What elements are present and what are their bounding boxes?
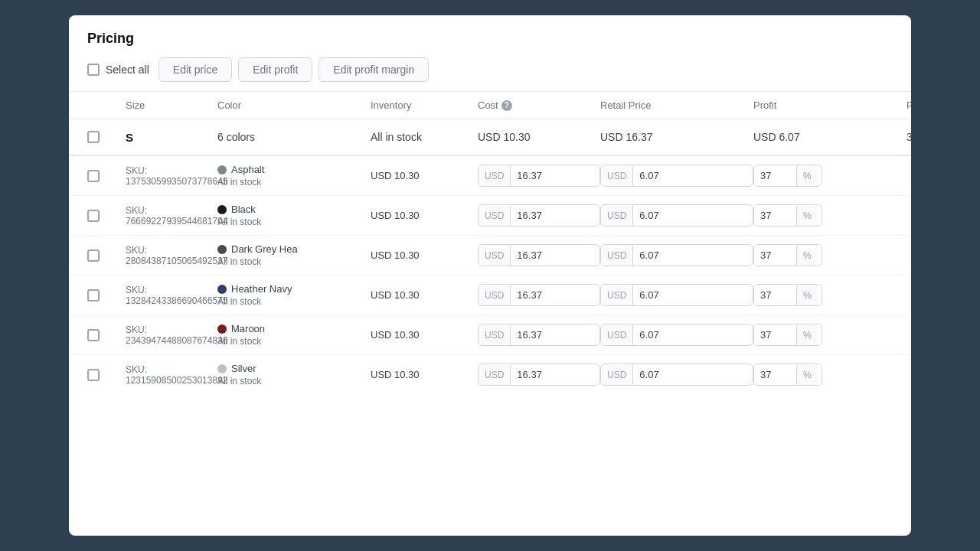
color-dot-icon (217, 324, 227, 334)
select-all-label[interactable]: Select all (106, 64, 149, 76)
col-profit-margin: Profit margin (906, 99, 911, 111)
margin-input[interactable] (754, 324, 796, 345)
table-row: SKU: 76669227939544681704 Black All in s… (69, 196, 911, 236)
row-color-name: Dark Grey Hea (231, 243, 298, 255)
row-profit-margin-cell: % (753, 244, 906, 266)
row-checkbox[interactable] (87, 249, 100, 262)
row-profit-margin-cell: % (753, 324, 906, 346)
margin-input-group: % (753, 324, 822, 346)
retail-price-input[interactable] (511, 205, 564, 226)
retail-price-input-group: USD (478, 165, 600, 187)
row-checkbox[interactable] (87, 329, 100, 341)
margin-input[interactable] (754, 285, 796, 305)
row-retail-price-cell: USD (478, 244, 600, 266)
row-retail-price-cell: USD (478, 284, 600, 306)
row-profit-cell: USD (600, 244, 753, 266)
row-color-name: Asphalt (231, 164, 264, 175)
profit-input-group: USD (600, 244, 753, 266)
summary-row: S 6 colors All in stock USD 10.30 USD 16… (69, 119, 911, 156)
pricing-table: Size Color Inventory Cost ? Retail Price… (69, 92, 911, 394)
margin-suffix: % (796, 325, 818, 345)
retail-price-input[interactable] (511, 165, 564, 186)
profit-input[interactable] (633, 165, 687, 186)
summary-retail-price: USD 16.37 (600, 131, 753, 143)
col-color: Color (217, 99, 371, 111)
row-retail-price-cell: USD (478, 324, 600, 346)
profit-prefix: USD (601, 285, 633, 305)
col-cost: Cost ? (478, 99, 600, 111)
row-checkbox[interactable] (87, 210, 100, 222)
margin-input[interactable] (754, 245, 796, 266)
row-profit-margin-cell: % (753, 364, 906, 386)
table-row: SKU: 13753059935073778645 Asphalt All in… (69, 156, 911, 196)
edit-profit-margin-button[interactable]: Edit profit margin (318, 57, 429, 82)
cost-help-icon[interactable]: ? (501, 100, 512, 111)
select-all-checkbox[interactable] (87, 64, 100, 76)
row-inventory: All in stock (217, 376, 371, 386)
row-sku: SKU: 12315908500253013892 (126, 364, 217, 386)
row-color-name-row: Maroon (217, 323, 371, 334)
column-header-row: Size Color Inventory Cost ? Retail Price… (69, 92, 911, 119)
row-inventory: All in stock (217, 256, 371, 267)
retail-price-prefix: USD (479, 166, 511, 186)
margin-input[interactable] (754, 205, 796, 226)
margin-suffix: % (796, 365, 818, 385)
row-cost: USD 10.30 (371, 369, 478, 380)
profit-prefix: USD (601, 166, 633, 186)
retail-price-input[interactable] (511, 245, 564, 266)
row-checkbox-cell (87, 249, 126, 262)
color-dot-icon (217, 245, 227, 254)
retail-price-input[interactable] (511, 285, 564, 305)
margin-input[interactable] (754, 364, 796, 385)
edit-profit-button[interactable]: Edit profit (238, 57, 312, 82)
select-all-wrap[interactable]: Select all (87, 64, 149, 76)
profit-input[interactable] (633, 245, 687, 266)
profit-input-group: USD (600, 284, 753, 306)
retail-price-input-group: USD (478, 364, 600, 386)
row-color-name: Maroon (231, 323, 265, 334)
row-profit-cell: USD (600, 284, 753, 306)
row-checkbox-cell (87, 369, 126, 381)
summary-cost: USD 10.30 (478, 131, 600, 143)
row-inventory: All in stock (217, 296, 371, 307)
row-checkbox-cell (87, 170, 126, 182)
profit-prefix: USD (601, 206, 633, 226)
panel-header: Pricing Select all Edit price Edit profi… (69, 15, 911, 92)
retail-price-input[interactable] (511, 324, 564, 345)
profit-input[interactable] (633, 364, 687, 385)
retail-price-input-group: USD (478, 204, 600, 227)
retail-price-input[interactable] (511, 364, 564, 385)
row-sku: SKU: 28084387105065492537 (126, 245, 217, 266)
margin-input[interactable] (754, 165, 796, 186)
table-row: SKU: 12315908500253013892 Silver All in … (69, 355, 911, 394)
profit-input[interactable] (633, 324, 687, 345)
profit-input[interactable] (633, 285, 687, 305)
row-sku: SKU: 13284243386690466575 (126, 285, 217, 306)
toolbar: Select all Edit price Edit profit Edit p… (87, 57, 893, 82)
row-color-cell: Maroon All in stock (217, 323, 371, 347)
row-checkbox[interactable] (87, 369, 100, 381)
row-checkbox-cell (87, 289, 126, 302)
retail-price-prefix: USD (479, 325, 511, 345)
row-profit-margin-cell: % (753, 284, 906, 306)
col-profit: Profit (753, 99, 906, 111)
row-inventory: All in stock (217, 217, 371, 227)
row-inventory: All in stock (217, 336, 371, 347)
summary-row-checkbox[interactable] (87, 131, 100, 143)
margin-input-group: % (753, 165, 822, 187)
row-color-cell: Dark Grey Hea All in stock (217, 243, 371, 267)
row-cost: USD 10.30 (371, 249, 478, 261)
edit-price-button[interactable]: Edit price (158, 57, 232, 82)
row-checkbox[interactable] (87, 289, 100, 302)
table-row: SKU: 28084387105065492537 Dark Grey Hea … (69, 236, 911, 276)
row-profit-cell: USD (600, 165, 753, 187)
row-retail-price-cell: USD (478, 204, 600, 227)
col-inventory: Inventory (371, 99, 478, 111)
row-color-name-row: Black (217, 204, 371, 215)
col-retail-price: Retail Price (600, 99, 753, 111)
row-retail-price-cell: USD (478, 364, 600, 386)
row-checkbox[interactable] (87, 170, 100, 182)
profit-input[interactable] (633, 205, 687, 226)
row-checkbox-cell (87, 210, 126, 222)
margin-suffix: % (796, 166, 818, 186)
